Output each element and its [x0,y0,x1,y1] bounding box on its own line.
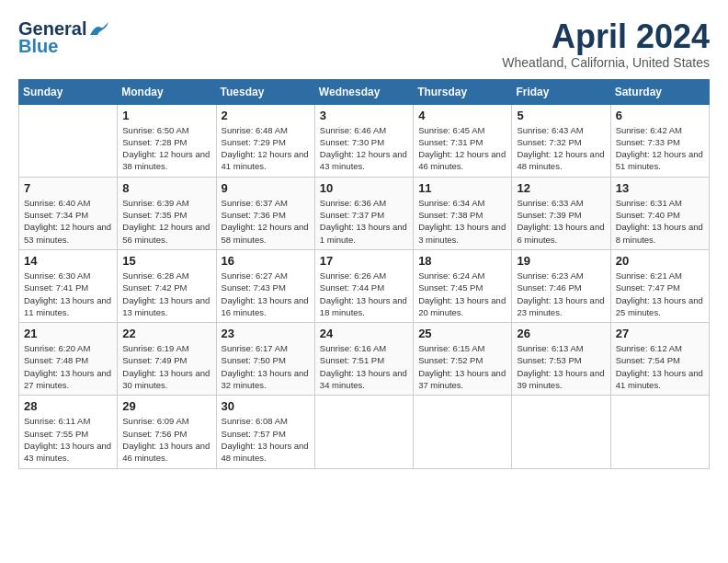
calendar-cell: 6Sunrise: 6:42 AMSunset: 7:33 PMDaylight… [610,104,709,177]
location: Wheatland, California, United States [502,55,710,70]
calendar-cell: 26Sunrise: 6:13 AMSunset: 7:53 PMDayligh… [512,323,610,396]
day-info: Sunrise: 6:33 AMSunset: 7:39 PMDaylight:… [517,197,605,246]
logo-blue: Blue [18,36,58,57]
calendar-cell: 1Sunrise: 6:50 AMSunset: 7:28 PMDaylight… [118,104,216,177]
day-number: 8 [122,181,210,195]
calendar-week-row: 28Sunrise: 6:11 AMSunset: 7:55 PMDayligh… [19,396,710,468]
day-info: Sunrise: 6:37 AMSunset: 7:36 PMDaylight:… [222,197,310,246]
calendar-cell: 24Sunrise: 6:16 AMSunset: 7:51 PMDayligh… [314,323,413,396]
day-number: 19 [517,254,605,268]
day-info: Sunrise: 6:13 AMSunset: 7:53 PMDaylight:… [517,342,605,391]
day-number: 16 [222,254,310,268]
calendar-cell [314,396,413,468]
weekday-header: Monday [118,79,216,104]
calendar-cell [414,396,512,468]
day-info: Sunrise: 6:26 AMSunset: 7:44 PMDaylight:… [320,270,408,318]
day-info: Sunrise: 6:15 AMSunset: 7:52 PMDaylight:… [418,342,506,391]
calendar-cell: 20Sunrise: 6:21 AMSunset: 7:47 PMDayligh… [610,249,709,322]
calendar-cell: 5Sunrise: 6:43 AMSunset: 7:32 PMDaylight… [512,104,610,177]
day-info: Sunrise: 6:09 AMSunset: 7:56 PMDaylight:… [122,415,210,464]
calendar-week-row: 14Sunrise: 6:30 AMSunset: 7:41 PMDayligh… [19,249,710,322]
calendar-cell: 25Sunrise: 6:15 AMSunset: 7:52 PMDayligh… [414,323,512,396]
day-number: 13 [616,181,704,195]
calendar-cell: 29Sunrise: 6:09 AMSunset: 7:56 PMDayligh… [118,396,216,468]
day-info: Sunrise: 6:48 AMSunset: 7:29 PMDaylight:… [222,124,310,173]
calendar-cell: 28Sunrise: 6:11 AMSunset: 7:55 PMDayligh… [19,396,118,468]
logo: General Blue [18,18,108,57]
day-info: Sunrise: 6:45 AMSunset: 7:31 PMDaylight:… [418,124,506,173]
calendar-cell: 2Sunrise: 6:48 AMSunset: 7:29 PMDaylight… [216,104,314,177]
day-number: 28 [24,399,112,413]
day-number: 5 [517,109,605,122]
calendar-cell: 12Sunrise: 6:33 AMSunset: 7:39 PMDayligh… [512,177,610,249]
day-info: Sunrise: 6:23 AMSunset: 7:46 PMDaylight:… [517,270,605,318]
calendar-cell [19,104,118,177]
day-info: Sunrise: 6:39 AMSunset: 7:35 PMDaylight:… [122,197,210,246]
day-info: Sunrise: 6:28 AMSunset: 7:42 PMDaylight:… [122,270,210,318]
day-number: 25 [418,327,506,340]
calendar-cell: 16Sunrise: 6:27 AMSunset: 7:43 PMDayligh… [216,249,314,322]
day-number: 22 [122,327,210,340]
day-info: Sunrise: 6:20 AMSunset: 7:48 PMDaylight:… [24,342,112,391]
day-number: 30 [222,399,310,413]
calendar-cell: 15Sunrise: 6:28 AMSunset: 7:42 PMDayligh… [118,249,216,322]
weekday-header: Thursday [414,79,512,104]
day-info: Sunrise: 6:16 AMSunset: 7:51 PMDaylight:… [320,342,408,391]
day-info: Sunrise: 6:17 AMSunset: 7:50 PMDaylight:… [222,342,310,391]
calendar-cell: 8Sunrise: 6:39 AMSunset: 7:35 PMDaylight… [118,177,216,249]
day-number: 12 [517,181,605,195]
weekday-header: Sunday [19,79,118,104]
day-number: 11 [418,181,506,195]
day-info: Sunrise: 6:12 AMSunset: 7:54 PMDaylight:… [616,342,704,391]
day-number: 20 [616,254,704,268]
day-info: Sunrise: 6:36 AMSunset: 7:37 PMDaylight:… [320,197,408,246]
calendar-cell: 9Sunrise: 6:37 AMSunset: 7:36 PMDaylight… [216,177,314,249]
day-info: Sunrise: 6:50 AMSunset: 7:28 PMDaylight:… [122,124,210,173]
day-number: 15 [122,254,210,268]
calendar-cell: 22Sunrise: 6:19 AMSunset: 7:49 PMDayligh… [118,323,216,396]
day-number: 27 [616,327,704,340]
day-number: 29 [122,399,210,413]
day-number: 17 [320,254,408,268]
weekday-header: Wednesday [314,79,413,104]
title-section: April 2024 Wheatland, California, United… [502,18,710,70]
calendar-cell: 7Sunrise: 6:40 AMSunset: 7:34 PMDaylight… [19,177,118,249]
day-number: 9 [222,181,310,195]
day-info: Sunrise: 6:43 AMSunset: 7:32 PMDaylight:… [517,124,605,173]
calendar-cell: 17Sunrise: 6:26 AMSunset: 7:44 PMDayligh… [314,249,413,322]
day-number: 14 [24,254,112,268]
calendar-cell: 11Sunrise: 6:34 AMSunset: 7:38 PMDayligh… [414,177,512,249]
calendar-cell [512,396,610,468]
calendar-cell: 27Sunrise: 6:12 AMSunset: 7:54 PMDayligh… [610,323,709,396]
calendar-week-row: 21Sunrise: 6:20 AMSunset: 7:48 PMDayligh… [19,323,710,396]
day-info: Sunrise: 6:19 AMSunset: 7:49 PMDaylight:… [122,342,210,391]
page-header: General Blue April 2024 Wheatland, Calif… [18,18,710,70]
day-info: Sunrise: 6:08 AMSunset: 7:57 PMDaylight:… [222,415,310,464]
day-info: Sunrise: 6:42 AMSunset: 7:33 PMDaylight:… [616,124,704,173]
day-number: 21 [24,327,112,340]
calendar-cell: 30Sunrise: 6:08 AMSunset: 7:57 PMDayligh… [216,396,314,468]
calendar-cell: 4Sunrise: 6:45 AMSunset: 7:31 PMDaylight… [414,104,512,177]
calendar-week-row: 1Sunrise: 6:50 AMSunset: 7:28 PMDaylight… [19,104,710,177]
day-number: 3 [320,109,408,122]
calendar-cell: 18Sunrise: 6:24 AMSunset: 7:45 PMDayligh… [414,249,512,322]
day-number: 6 [616,109,704,122]
day-number: 7 [24,181,112,195]
day-info: Sunrise: 6:30 AMSunset: 7:41 PMDaylight:… [24,270,112,318]
calendar-cell: 19Sunrise: 6:23 AMSunset: 7:46 PMDayligh… [512,249,610,322]
day-info: Sunrise: 6:21 AMSunset: 7:47 PMDaylight:… [616,270,704,318]
weekday-header: Tuesday [216,79,314,104]
calendar-cell: 10Sunrise: 6:36 AMSunset: 7:37 PMDayligh… [314,177,413,249]
calendar-cell: 23Sunrise: 6:17 AMSunset: 7:50 PMDayligh… [216,323,314,396]
weekday-header: Saturday [610,79,709,104]
day-info: Sunrise: 6:27 AMSunset: 7:43 PMDaylight:… [222,270,310,318]
day-number: 26 [517,327,605,340]
day-number: 24 [320,327,408,340]
day-number: 10 [320,181,408,195]
day-number: 1 [122,109,210,122]
day-info: Sunrise: 6:34 AMSunset: 7:38 PMDaylight:… [418,197,506,246]
day-info: Sunrise: 6:31 AMSunset: 7:40 PMDaylight:… [616,197,704,246]
calendar-cell: 21Sunrise: 6:20 AMSunset: 7:48 PMDayligh… [19,323,118,396]
calendar-table: SundayMondayTuesdayWednesdayThursdayFrid… [18,79,710,469]
calendar-cell: 14Sunrise: 6:30 AMSunset: 7:41 PMDayligh… [19,249,118,322]
